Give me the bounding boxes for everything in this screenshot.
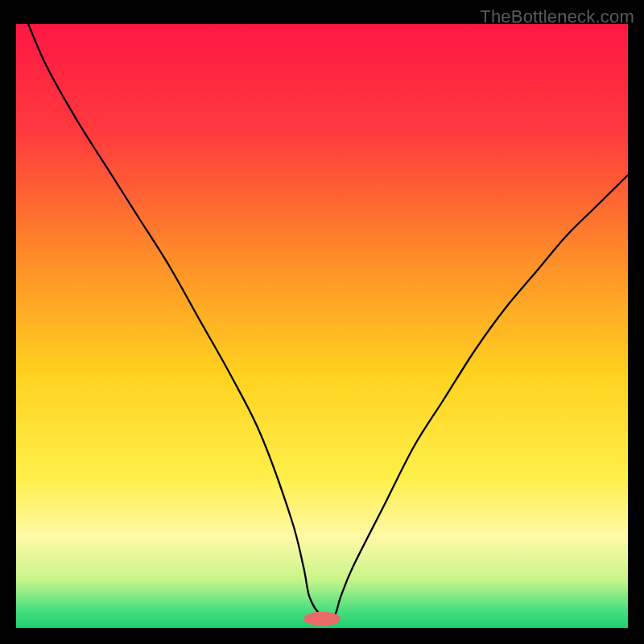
gradient-background — [16, 24, 628, 628]
chart-container: TheBottleneck.com — [0, 0, 644, 644]
plot-area — [16, 24, 628, 628]
chart-svg — [16, 24, 628, 628]
watermark-text: TheBottleneck.com — [480, 6, 634, 27]
target-marker — [303, 612, 341, 626]
